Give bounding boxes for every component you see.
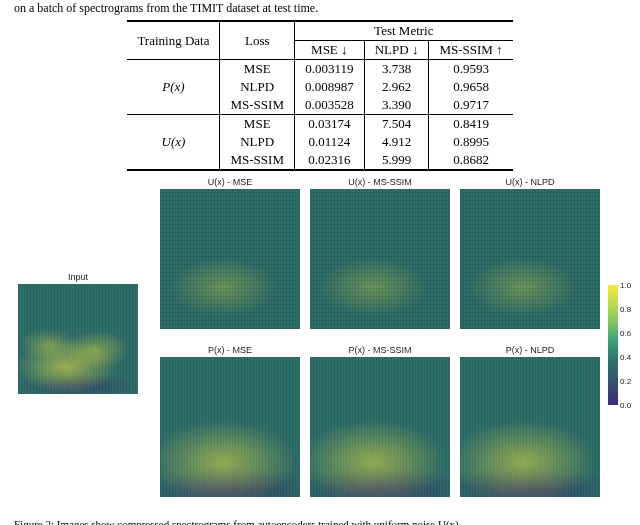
figure-caption-fragment: Figure 2: Images show compressed spectro… (0, 517, 640, 525)
spectrogram-ux-mse (160, 189, 300, 329)
td-loss: MS-SSIM (220, 96, 294, 115)
results-table: Training Data Loss Test Metric MSE ↓ NLP… (127, 20, 512, 171)
th-mse: MSE ↓ (294, 41, 364, 60)
td-val: 0.9658 (429, 78, 513, 96)
th-metric-group: Test Metric (294, 21, 512, 41)
colorbar-tick: 0.2 (620, 377, 631, 386)
panel-title: U(x) - NLPD (460, 177, 600, 187)
spectrogram-ux-msssim (310, 189, 450, 329)
td-val: 3.738 (364, 60, 429, 79)
td-val: 0.003528 (294, 96, 364, 115)
spectrogram-input (18, 284, 138, 394)
spectrogram-figure: Input U(x) - MSE U(x) - MS-SSIM U(x) - N… (10, 177, 630, 517)
th-loss: Loss (220, 21, 294, 60)
th-msssim: MS-SSIM ↑ (429, 41, 513, 60)
td-val: 4.912 (364, 133, 429, 151)
colorbar: 1.0 0.8 0.6 0.4 0.2 0.0 (608, 285, 618, 405)
td-val: 3.390 (364, 96, 429, 115)
panel-title: P(x) - NLPD (460, 345, 600, 355)
td-group-px: P(x) (127, 60, 220, 115)
td-val: 0.9593 (429, 60, 513, 79)
panel-title: U(x) - MS-SSIM (310, 177, 450, 187)
spectrogram-px-msssim (310, 357, 450, 497)
td-val: 0.01124 (294, 133, 364, 151)
panel-title: P(x) - MSE (160, 345, 300, 355)
colorbar-tick: 0.6 (620, 329, 631, 338)
spectrogram-px-mse (160, 357, 300, 497)
colorbar-tick: 1.0 (620, 281, 631, 290)
td-val: 0.003119 (294, 60, 364, 79)
panel-title: P(x) - MS-SSIM (310, 345, 450, 355)
td-loss: NLPD (220, 133, 294, 151)
colorbar-tick: 0.0 (620, 401, 631, 410)
td-val: 0.8682 (429, 151, 513, 170)
td-val: 5.999 (364, 151, 429, 170)
td-val: 0.008987 (294, 78, 364, 96)
spectrogram-px-nlpd (460, 357, 600, 497)
th-training: Training Data (127, 21, 220, 60)
colorbar-tick: 0.4 (620, 353, 631, 362)
spectrogram-ux-nlpd (460, 189, 600, 329)
td-loss: MSE (220, 60, 294, 79)
td-val: 0.8995 (429, 133, 513, 151)
panel-title: U(x) - MSE (160, 177, 300, 187)
panel-title-input: Input (18, 272, 138, 282)
td-val: 7.504 (364, 115, 429, 134)
td-val: 0.03174 (294, 115, 364, 134)
table-caption-fragment: on a batch of spectrograms from the TIMI… (0, 0, 640, 20)
th-nlpd: NLPD ↓ (364, 41, 429, 60)
td-loss: NLPD (220, 78, 294, 96)
td-group-ux: U(x) (127, 115, 220, 171)
td-loss: MSE (220, 115, 294, 134)
td-val: 0.9717 (429, 96, 513, 115)
td-val: 0.8419 (429, 115, 513, 134)
td-val: 2.962 (364, 78, 429, 96)
td-loss: MS-SSIM (220, 151, 294, 170)
colorbar-tick: 0.8 (620, 305, 631, 314)
td-val: 0.02316 (294, 151, 364, 170)
